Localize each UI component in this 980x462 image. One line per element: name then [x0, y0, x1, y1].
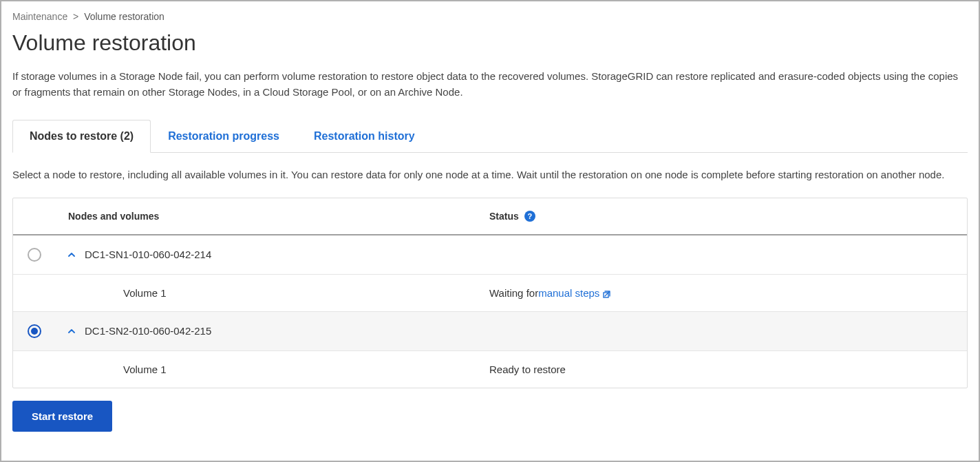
table-row[interactable]: DC1-SN2-010-060-042-215	[13, 312, 967, 351]
breadcrumb-current: Volume restoration	[84, 11, 164, 22]
chevron-up-icon[interactable]	[68, 328, 75, 335]
breadcrumb-separator: >	[73, 11, 78, 22]
radio-cell-empty	[13, 275, 56, 311]
table-row[interactable]: DC1-SN1-010-060-042-214	[13, 235, 967, 275]
help-icon[interactable]: ?	[524, 211, 535, 222]
node-name-cell[interactable]: DC1-SN1-010-060-042-214	[56, 235, 489, 274]
volume-status-cell: Waiting for manual steps	[489, 275, 967, 311]
nodes-table: Nodes and volumes Status ? DC1-SN1-010-0…	[12, 198, 968, 388]
volume-name-cell: Volume 1	[56, 275, 489, 311]
page-description: If storage volumes in a Storage Node fai…	[12, 68, 968, 101]
table-header-nodes-label: Nodes and volumes	[68, 211, 159, 222]
tab-restoration-progress[interactable]: Restoration progress	[151, 120, 297, 152]
node-name-cell[interactable]: DC1-SN2-010-060-042-215	[56, 312, 489, 350]
table-header-radio	[13, 198, 56, 234]
tab-description: Select a node to restore, including all …	[12, 167, 968, 182]
radio-cell[interactable]	[13, 312, 56, 350]
tabs-container: Nodes to restore (2) Restoration progres…	[12, 120, 968, 153]
volume-name: Volume 1	[123, 364, 167, 375]
breadcrumb: Maintenance > Volume restoration	[12, 11, 968, 22]
breadcrumb-parent[interactable]: Maintenance	[12, 11, 67, 22]
external-link-icon	[602, 289, 612, 299]
node-status-cell	[489, 312, 967, 350]
manual-steps-link[interactable]: manual steps	[538, 287, 612, 299]
radio-cell-empty	[13, 351, 56, 388]
table-header-status: Status ?	[489, 198, 967, 234]
table-header-row: Nodes and volumes Status ?	[13, 198, 967, 235]
volume-status-cell: Ready to restore	[489, 351, 967, 388]
volume-name-cell: Volume 1	[56, 351, 489, 388]
page-title: Volume restoration	[12, 30, 968, 56]
node-name: DC1-SN2-010-060-042-215	[85, 325, 211, 337]
status-text: Ready to restore	[489, 364, 566, 375]
radio-cell[interactable]	[13, 235, 56, 274]
node-name: DC1-SN1-010-060-042-214	[85, 249, 211, 260]
table-header-status-label: Status	[489, 211, 519, 222]
volume-name: Volume 1	[123, 287, 167, 299]
chevron-up-icon[interactable]	[68, 251, 75, 258]
node-status-cell	[489, 235, 967, 274]
table-header-nodes: Nodes and volumes	[56, 198, 489, 234]
table-row: Volume 1 Ready to restore	[13, 351, 967, 388]
table-row: Volume 1 Waiting for manual steps	[13, 275, 967, 312]
status-text: Waiting for	[489, 287, 538, 299]
radio-button[interactable]	[28, 248, 41, 262]
status-link-text: manual steps	[538, 287, 599, 299]
tab-restoration-history[interactable]: Restoration history	[297, 120, 432, 152]
radio-button[interactable]	[28, 324, 41, 338]
start-restore-button[interactable]: Start restore	[12, 401, 112, 432]
tab-nodes-to-restore[interactable]: Nodes to restore (2)	[12, 120, 151, 153]
